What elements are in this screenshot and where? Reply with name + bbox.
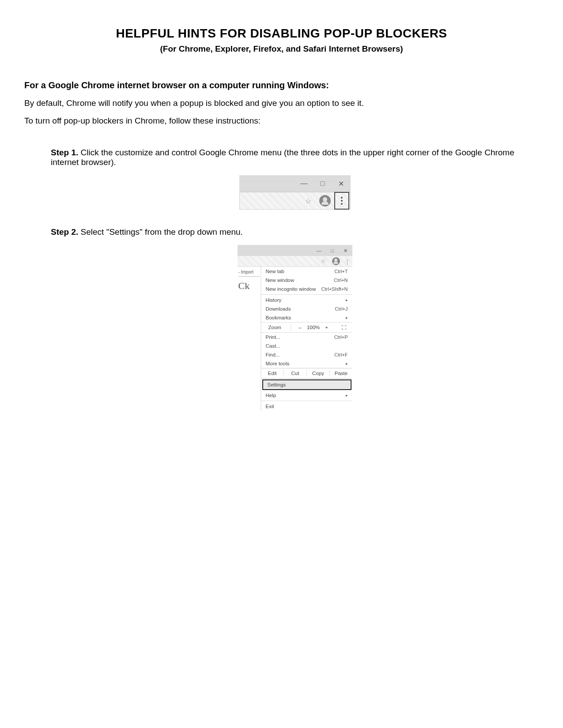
menu-print[interactable]: Print...Ctrl+P (261, 333, 352, 341)
menu-find[interactable]: Find...Ctrl+F (261, 350, 352, 359)
menu-settings[interactable]: Settings (262, 379, 351, 390)
zoom-out-button[interactable]: – (296, 325, 304, 330)
bookmark-star-icon[interactable]: ☆ (318, 258, 329, 264)
profile-avatar-icon[interactable] (332, 257, 340, 265)
intro-para-1: By default, Chrome will notify you when … (24, 98, 539, 108)
menu-new-window[interactable]: New windowCtrl+N (261, 276, 352, 285)
submenu-arrow-icon: ▸ (346, 315, 348, 320)
minimize-icon[interactable]: — (295, 175, 314, 192)
edit-label: Edit (261, 371, 283, 376)
submenu-arrow-icon: ▸ (346, 393, 348, 398)
profile-avatar-icon[interactable] (319, 195, 331, 206)
figure-1-chrome-corner: — □ ✕ ☆ (239, 175, 351, 210)
step-2: Step 2. Select "Settings" from the drop … (51, 227, 539, 237)
menu-more-tools[interactable]: More tools▸ (261, 359, 352, 368)
chrome-menu-button[interactable]: ⋮ (343, 258, 352, 265)
edit-copy[interactable]: Copy (307, 371, 329, 376)
step-2-text: Select "Settings" from the drop down men… (78, 227, 243, 236)
zoom-value: 100% (304, 325, 322, 330)
edit-paste[interactable]: Paste (330, 371, 352, 376)
menu-edit-row: Edit Cut Copy Paste (261, 368, 352, 379)
zoom-in-button[interactable]: + (322, 325, 331, 330)
chrome-dropdown-menu: New tabCtrl+T New windowCtrl+N New incog… (261, 267, 352, 411)
submenu-arrow-icon: ▸ (346, 361, 348, 366)
step-2-label: Step 2. (51, 227, 78, 236)
maximize-icon[interactable]: □ (314, 175, 332, 192)
step-1-text: Click the customize and control Google C… (51, 148, 514, 167)
fullscreen-icon[interactable]: ⛶ (339, 325, 348, 330)
page-fragment-left: - Import Ck (238, 267, 261, 411)
menu-history[interactable]: History▸ (261, 296, 352, 304)
submenu-arrow-icon: ▸ (346, 298, 348, 302)
menu-downloads[interactable]: DownloadsCtrl+J (261, 304, 352, 313)
menu-exit[interactable]: Exit (261, 402, 352, 411)
menu-zoom: Zoom – 100% + ⛶ (261, 322, 352, 333)
doc-subtitle: (For Chrome, Explorer, Firefox, and Safa… (24, 44, 539, 54)
intro-para-2: To turn off pop-up blockers in Chrome, f… (24, 116, 539, 126)
step-1: Step 1. Click the customize and control … (51, 148, 539, 167)
maximize-icon[interactable]: □ (326, 245, 339, 256)
doc-title: HELPFUL HINTS FOR DISABLING POP-UP BLOCK… (24, 26, 539, 41)
menu-bookmarks[interactable]: Bookmarks▸ (261, 313, 352, 322)
close-icon[interactable]: ✕ (332, 175, 351, 192)
edit-cut[interactable]: Cut (284, 371, 306, 376)
bookmark-star-icon[interactable]: ☆ (301, 197, 316, 205)
close-icon[interactable]: ✕ (339, 245, 352, 256)
figure-2-chrome-menu: — □ ✕ ☆ ⋮ - Import Ck New tabCtrl+T New … (238, 245, 352, 411)
menu-cast[interactable]: Cast... (261, 341, 352, 350)
menu-help[interactable]: Help▸ (261, 391, 352, 400)
menu-incognito[interactable]: New incognito windowCtrl+Shift+N (261, 285, 352, 293)
chrome-menu-button[interactable] (334, 192, 349, 210)
section-heading: For a Google Chrome internet browser on … (24, 80, 539, 90)
menu-new-tab[interactable]: New tabCtrl+T (261, 267, 352, 276)
minimize-icon[interactable]: — (313, 245, 326, 256)
step-1-label: Step 1. (51, 148, 78, 157)
